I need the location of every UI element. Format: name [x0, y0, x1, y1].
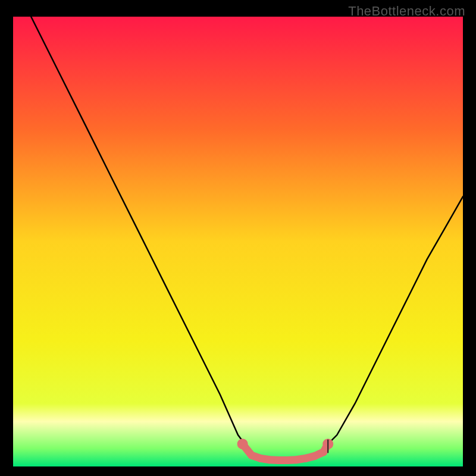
chart-svg [13, 17, 463, 466]
highlight-dot [311, 452, 318, 460]
highlight-dot [265, 456, 273, 464]
highlight-dot [320, 448, 327, 456]
highlight-dot [293, 456, 300, 464]
chart-plot-area [13, 17, 463, 466]
chart-frame: TheBottleneck.com [0, 0, 476, 476]
chart-background-gradient [13, 17, 463, 466]
highlight-dot [248, 452, 255, 459]
highlight-dot [256, 455, 264, 462]
highlight-dot [275, 456, 283, 464]
highlight-dot [284, 456, 292, 464]
highlight-end-dot [237, 439, 248, 449]
highlight-dot [302, 455, 309, 462]
watermark-text: TheBottleneck.com [348, 4, 465, 19]
